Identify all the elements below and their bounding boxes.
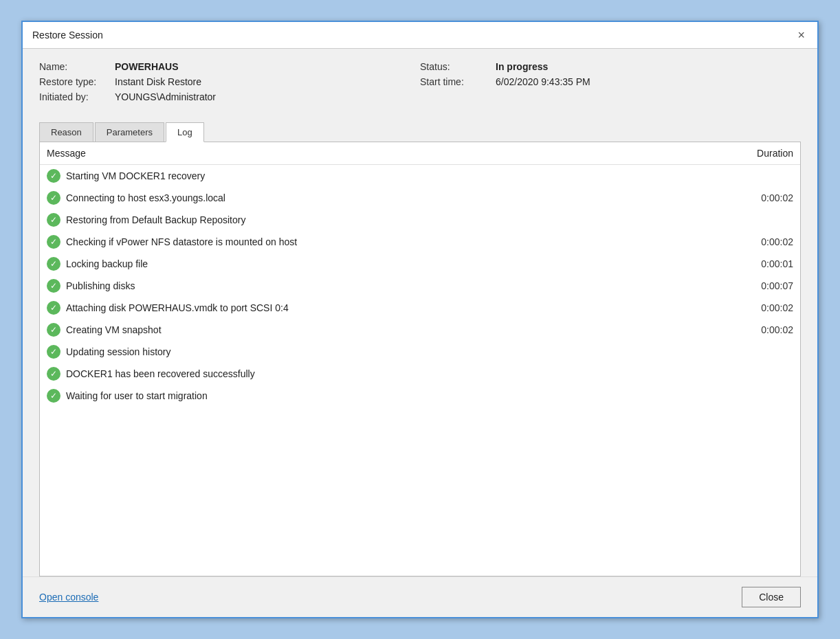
log-message-text: Starting VM DOCKER1 recovery [66, 170, 205, 181]
log-table-row: ✓Creating VM snapshot0:00:02 [40, 319, 800, 341]
check-icon: ✓ [47, 213, 60, 227]
open-console-button[interactable]: Open console [39, 592, 98, 603]
start-time-value: 6/02/2020 9:43:35 PM [496, 76, 590, 87]
log-table-row: ✓Updating session history [40, 341, 800, 363]
info-right: Status: In progress Start time: 6/02/202… [420, 61, 801, 106]
initiated-by-label: Initiated by: [39, 91, 115, 102]
log-message-cell: ✓Waiting for user to start migration [40, 385, 738, 407]
log-message-cell: ✓Locking backup file [40, 253, 738, 275]
log-message-cell: ✓DOCKER1 has been recovered successfully [40, 363, 738, 385]
check-icon: ✓ [47, 191, 60, 205]
log-duration-cell [738, 209, 800, 231]
log-table-row: ✓Restoring from Default Backup Repositor… [40, 209, 800, 231]
check-icon: ✓ [47, 235, 60, 249]
restore-type-value: Instant Disk Restore [115, 76, 201, 87]
log-duration-cell: 0:00:07 [738, 275, 800, 297]
title-bar-close-button[interactable]: × [795, 29, 808, 41]
initiated-by-row: Initiated by: YOUNGS\Administrator [39, 91, 420, 102]
footer: Open console Close [23, 576, 817, 617]
dialog-title: Restore Session [32, 30, 103, 41]
log-message-cell: ✓Creating VM snapshot [40, 319, 738, 341]
initiated-by-value: YOUNGS\Administrator [115, 91, 216, 102]
name-row: Name: POWERHAUS [39, 61, 420, 72]
log-message-text: Locking backup file [66, 258, 148, 269]
log-duration-cell [738, 385, 800, 407]
log-message-cell: ✓Checking if vPower NFS datastore is mou… [40, 231, 738, 253]
log-message-text: DOCKER1 has been recovered successfully [66, 368, 255, 379]
log-table-row: ✓Connecting to host esx3.youngs.local0:0… [40, 187, 800, 209]
log-duration-cell: 0:00:02 [738, 187, 800, 209]
log-table-row: ✓Attaching disk POWERHAUS.vmdk to port S… [40, 297, 800, 319]
log-duration-cell: 0:00:01 [738, 253, 800, 275]
log-message-text: Updating session history [66, 346, 171, 357]
log-message-cell: ✓Updating session history [40, 341, 738, 363]
tabs-section: Reason Parameters Log [23, 122, 817, 142]
main-content: Name: POWERHAUS Restore type: Instant Di… [23, 49, 817, 617]
close-dialog-button[interactable]: Close [742, 587, 801, 607]
log-message-cell: ✓Attaching disk POWERHAUS.vmdk to port S… [40, 297, 738, 319]
tab-reason[interactable]: Reason [39, 122, 93, 142]
check-icon: ✓ [47, 279, 60, 293]
message-column-header: Message [40, 142, 738, 165]
start-time-label: Start time: [420, 76, 496, 87]
log-message-cell: ✓Connecting to host esx3.youngs.local [40, 187, 738, 209]
log-message-cell: ✓Publishing disks [40, 275, 738, 297]
name-value: POWERHAUS [115, 61, 179, 72]
info-left: Name: POWERHAUS Restore type: Instant Di… [39, 61, 420, 106]
log-message-text: Connecting to host esx3.youngs.local [66, 192, 225, 203]
duration-column-header: Duration [738, 142, 800, 165]
log-message-text: Waiting for user to start migration [66, 390, 208, 401]
log-duration-cell [738, 341, 800, 363]
log-message-text: Restoring from Default Backup Repository [66, 214, 245, 225]
restore-type-label: Restore type: [39, 76, 115, 87]
log-table-row: ✓Checking if vPower NFS datastore is mou… [40, 231, 800, 253]
check-icon: ✓ [47, 301, 60, 315]
log-duration-cell: 0:00:02 [738, 231, 800, 253]
log-duration-cell [738, 165, 800, 188]
check-icon: ✓ [47, 345, 60, 359]
restore-type-row: Restore type: Instant Disk Restore [39, 76, 420, 87]
log-message-text: Publishing disks [66, 280, 135, 291]
log-table-row: ✓Starting VM DOCKER1 recovery [40, 165, 800, 188]
check-icon: ✓ [47, 169, 60, 183]
check-icon: ✓ [47, 389, 60, 403]
tab-log[interactable]: Log [166, 122, 204, 142]
log-table-row: ✓DOCKER1 has been recovered successfully [40, 363, 800, 385]
log-tab-content: Message Duration ✓Starting VM DOCKER1 re… [39, 142, 801, 576]
status-value: In progress [496, 61, 548, 72]
log-duration-cell: 0:00:02 [738, 319, 800, 341]
log-table-header-row: Message Duration [40, 142, 800, 165]
log-message-text: Checking if vPower NFS datastore is moun… [66, 236, 297, 247]
log-table-row: ✓Waiting for user to start migration [40, 385, 800, 407]
log-table-row: ✓Locking backup file0:00:01 [40, 253, 800, 275]
log-table-row: ✓Publishing disks0:00:07 [40, 275, 800, 297]
status-label: Status: [420, 61, 496, 72]
start-time-row: Start time: 6/02/2020 9:43:35 PM [420, 76, 801, 87]
info-section: Name: POWERHAUS Restore type: Instant Di… [23, 49, 817, 116]
check-icon: ✓ [47, 323, 60, 337]
status-row: Status: In progress [420, 61, 801, 72]
tab-parameters[interactable]: Parameters [95, 122, 164, 142]
log-duration-cell [738, 363, 800, 385]
log-message-text: Creating VM snapshot [66, 324, 162, 335]
check-icon: ✓ [47, 257, 60, 271]
tabs: Reason Parameters Log [39, 122, 801, 142]
check-icon: ✓ [47, 367, 60, 381]
log-message-cell: ✓Starting VM DOCKER1 recovery [40, 165, 738, 188]
title-bar: Restore Session × [23, 22, 817, 49]
log-message-cell: ✓Restoring from Default Backup Repositor… [40, 209, 738, 231]
log-duration-cell: 0:00:02 [738, 297, 800, 319]
log-message-text: Attaching disk POWERHAUS.vmdk to port SC… [66, 302, 289, 313]
log-table: Message Duration ✓Starting VM DOCKER1 re… [40, 142, 800, 407]
name-label: Name: [39, 61, 115, 72]
restore-session-dialog: Restore Session × Name: POWERHAUS Restor… [21, 21, 819, 618]
